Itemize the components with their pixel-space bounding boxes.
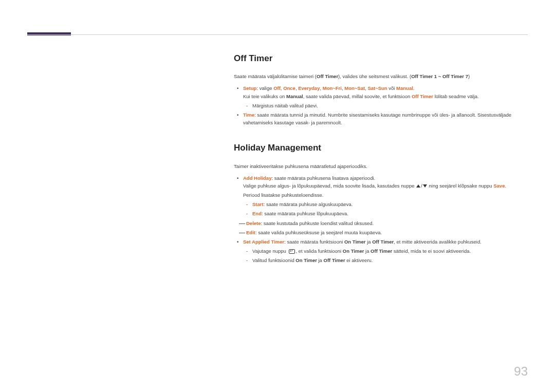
opt-voi: või (387, 85, 396, 91)
setup-line2-manual: Manual (286, 94, 303, 99)
main-content: Off Timer Saate määrata väljalülitamise … (234, 51, 528, 266)
delete-note: ― Delete: saate kustutada puhkuste loend… (234, 219, 528, 227)
opt-satsun: Sat~Sun (367, 85, 387, 91)
delete-text: : saate kustutada puhkuste loendist vali… (261, 220, 374, 226)
setup-item: Setup: valige Off, Once, Everyday, Mon~F… (234, 84, 528, 100)
header-accent-bar (27, 32, 71, 35)
intro-range: Off Timer 1 ~ Off Timer 7 (411, 73, 468, 79)
intro-bold: Off Timer (317, 73, 338, 79)
intro-post: ) (468, 73, 470, 79)
off-timer-list-2: Time: saate määrata tunnid ja minutid. N… (234, 111, 528, 126)
long-dash-icon: ― (239, 228, 245, 238)
dash-icon: - (246, 200, 248, 208)
sat-sub2-on: On Timer (295, 257, 317, 263)
setup-valige: : valige (256, 85, 273, 91)
sat-sub2-pre: Valitud funktsioonid (252, 257, 295, 263)
add-holiday-text: : saate määrata puhkusena lisatava ajape… (271, 175, 375, 181)
delete-label: Delete (246, 220, 261, 226)
sat-sub1-mid: , et valida funktsiooni (296, 248, 343, 254)
add-holiday-label: Add Holiday (243, 175, 271, 181)
start-text: : saate määrata puhkuse alguskuupäeva. (264, 201, 353, 207)
sat-sub1-post: sätteid, mida te ei soovi aktiveerida. (392, 248, 471, 254)
enter-button-icon (289, 249, 295, 254)
off-timer-list: Setup: valige Off, Once, Everyday, Mon~F… (234, 84, 528, 100)
opt-everyday: Everyday (298, 85, 320, 91)
holiday-list: Add Holiday: saate määrata puhkusena lis… (234, 174, 528, 190)
add-holiday-item: Add Holiday: saate määrata puhkusena lis… (234, 174, 528, 190)
sat-sub1-ja: ja (364, 248, 371, 254)
sat-sub1: - Vajutage nuppu , et valida funktsiooni… (234, 247, 528, 255)
setup-line2-mid: , saate valida päevad, millal soovite, e… (303, 94, 412, 99)
dash-icon: - (246, 210, 248, 217)
add-line2-mid: ning seejärel klõpsake nuppu (428, 183, 493, 189)
edit-note: ― Edit: saate valida puhkuseüksuse ja se… (234, 229, 528, 236)
period-text: Periood lisatakse puhkusteloendisse. (234, 191, 528, 199)
intro-pre: Saate määrata väljalülitamise taimeri ( (234, 73, 317, 79)
edit-text: : saate valida puhkuseüksuse ja seejärel… (255, 230, 382, 235)
opt-monsat: Mon~Sat (344, 85, 365, 91)
end-text: : saate määrata puhkuse lõpukuupäeva. (262, 211, 348, 216)
holiday-intro: Taimer inaktiveeritakse puhkusena määrat… (234, 162, 528, 170)
sat-sub2-post: ei aktiveeru. (345, 257, 373, 263)
sat-on-timer: On Timer (344, 239, 366, 245)
triangle-down-icon (423, 184, 427, 188)
time-label: Time (243, 112, 254, 118)
setup-sub-text: Märgistus näitab valitud päevi. (252, 103, 318, 108)
sat-ja-1: ja (366, 239, 373, 245)
start-label: Start (252, 201, 264, 207)
sat-sub1-on: On Timer (343, 248, 364, 254)
page-number: 93 (514, 364, 528, 379)
save-label: Save (493, 183, 505, 189)
sat-sub2-off: Off Timer (324, 257, 345, 263)
sat-sub2: - Valitud funktsioonid On Timer ja Off T… (234, 256, 528, 264)
sat-post: , et mitte aktiveerida avalikke puhkusei… (394, 239, 482, 245)
opt-once: Once (283, 85, 295, 91)
end-sub: - End: saate määrata puhkuse lõpukuupäev… (234, 210, 528, 217)
setup-dot: . (413, 85, 415, 91)
opt-monfri: Mon~Fri (323, 85, 342, 91)
dash-icon: - (246, 102, 248, 109)
header-divider (27, 34, 528, 35)
set-applied-timer-item: Set Applied Timer: saate määrata funktsi… (234, 238, 528, 246)
sat-sub1-pre: Vajutage nuppu (252, 248, 288, 254)
dash-icon: - (246, 256, 248, 264)
long-dash-icon: ― (239, 219, 245, 229)
sat-pre: : saate määrata funktsiooni (284, 239, 344, 245)
setup-line2-pre: Kui teie valikuks on (243, 94, 286, 99)
opt-manual: Manual (396, 85, 413, 91)
triangle-up-icon (416, 184, 420, 188)
add-line2-pre: Valige puhkuse algus- ja lõpukuupäevad, … (243, 183, 416, 189)
heading-off-timer: Off Timer (234, 51, 528, 65)
setup-sub-note: - Märgistus näitab valitud päevi. (234, 102, 528, 109)
time-text: : saate määrata tunnid ja minutid. Numbr… (243, 112, 511, 125)
off-timer-intro: Saate määrata väljalülitamise taimeri (O… (234, 72, 528, 80)
setup-line2-offtimer: Off Timer (412, 94, 433, 99)
end-label: End (252, 211, 262, 216)
sat-sub2-ja: ja (317, 257, 324, 263)
edit-label: Edit (246, 230, 255, 235)
intro-mid: ), valides ühe seitsmest valikust. ( (338, 73, 411, 79)
dash-icon: - (246, 247, 248, 255)
sat-label: Set Applied Timer (243, 239, 284, 245)
sat-off-timer: Off Timer (372, 239, 394, 245)
start-sub: - Start: saate määrata puhkuse alguskuup… (234, 200, 528, 208)
setup-line2-post: lülitab seadme välja. (433, 94, 479, 99)
sat-sub1-off: Off Timer (371, 248, 392, 254)
setup-label: Setup (243, 85, 256, 91)
set-applied-timer-list: Set Applied Timer: saate määrata funktsi… (234, 238, 528, 246)
heading-holiday-management: Holiday Management (234, 141, 528, 155)
add-line2-post: . (505, 183, 506, 189)
opt-off: Off (273, 85, 281, 91)
time-item: Time: saate määrata tunnid ja minutid. N… (234, 111, 528, 126)
